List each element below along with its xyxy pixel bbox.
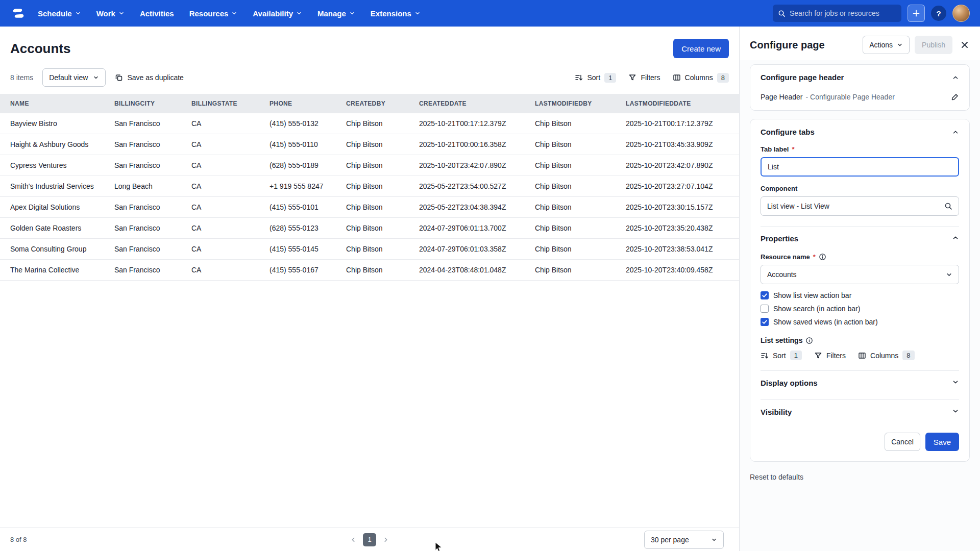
- nav-item-schedule[interactable]: Schedule: [38, 9, 81, 18]
- column-header-lastmodifieddate[interactable]: LASTMODIFIEDDATE: [620, 94, 739, 113]
- resource-name-select[interactable]: Accounts: [761, 265, 959, 284]
- column-header-phone[interactable]: PHONE: [263, 94, 340, 113]
- nav-item-manage[interactable]: Manage: [317, 9, 355, 18]
- checkbox-checked-icon[interactable]: [761, 318, 769, 326]
- table-cell: Chip Bitson: [529, 260, 620, 281]
- table-row[interactable]: Cypress VenturesSan FranciscoCA(628) 555…: [0, 155, 739, 176]
- table-cell: +1 919 555 8247: [263, 176, 340, 197]
- search-icon: [778, 10, 786, 17]
- column-header-lastmodifiedby[interactable]: LASTMODIFIEDBY: [529, 94, 620, 113]
- info-icon[interactable]: [805, 337, 813, 344]
- chevron-down-icon: [75, 10, 81, 16]
- per-page-select[interactable]: 30 per page: [644, 531, 724, 549]
- table-cell: Chip Bitson: [529, 155, 620, 176]
- nav-item-extensions[interactable]: Extensions: [371, 9, 421, 18]
- table-row[interactable]: Bayview BistroSan FranciscoCA(415) 555-0…: [0, 113, 739, 134]
- page-1-button[interactable]: 1: [363, 533, 376, 546]
- columns-button[interactable]: Columns 8: [673, 73, 729, 83]
- help-icon[interactable]: ?: [931, 6, 946, 21]
- checkbox-show-list-view-action-bar[interactable]: Show list view action bar: [761, 291, 959, 299]
- chevron-down-icon: [93, 74, 99, 81]
- panel-filters-button[interactable]: Filters: [814, 352, 846, 360]
- table-row[interactable]: Golden Gate RoastersSan FranciscoCA(628)…: [0, 218, 739, 239]
- user-avatar[interactable]: [952, 5, 970, 22]
- table-cell: Chip Bitson: [529, 239, 620, 260]
- chevron-down-icon: [349, 10, 355, 16]
- nav-item-activities[interactable]: Activities: [140, 9, 174, 18]
- table-cell: 2025-10-20T23:35:20.438Z: [620, 218, 739, 239]
- global-search-input[interactable]: [790, 9, 896, 17]
- table-header-row: NAMEBILLINGCITYBILLINGSTATEPHONECREATEDB…: [0, 94, 739, 113]
- table-cell: San Francisco: [108, 134, 185, 155]
- edit-page-header-button[interactable]: [951, 93, 959, 101]
- search-icon: [944, 202, 952, 210]
- checkbox-unchecked-icon[interactable]: [761, 305, 769, 313]
- nav-item-work[interactable]: Work: [96, 9, 125, 18]
- configure-page-header-toggle[interactable]: Configure page header: [750, 65, 969, 87]
- visibility-title: Visibility: [761, 408, 792, 416]
- save-button[interactable]: Save: [925, 433, 959, 451]
- display-options-toggle[interactable]: Display options: [761, 371, 959, 389]
- tab-label-input[interactable]: [761, 157, 959, 177]
- table-cell: 2024-07-29T06:01:13.700Z: [413, 218, 529, 239]
- table-cell: Chip Bitson: [340, 197, 413, 218]
- panel-columns-button[interactable]: Columns 8: [858, 350, 914, 360]
- checkbox-checked-icon[interactable]: [761, 291, 769, 299]
- publish-button[interactable]: Publish: [915, 36, 952, 54]
- table-cell: (415) 555-0145: [263, 239, 340, 260]
- next-page-icon[interactable]: [382, 536, 389, 543]
- configure-tabs-toggle[interactable]: Configure tabs: [750, 119, 969, 141]
- list-settings-label: List settings: [761, 336, 959, 344]
- filters-button[interactable]: Filters: [628, 73, 660, 82]
- global-search[interactable]: [773, 5, 901, 22]
- pencil-icon: [951, 93, 959, 101]
- actions-button[interactable]: Actions: [863, 36, 910, 54]
- table-cell: 2025-10-20T23:38:53.041Z: [620, 239, 739, 260]
- column-header-billingcity[interactable]: BILLINGCITY: [108, 94, 185, 113]
- table-cell: (628) 555-0189: [263, 155, 340, 176]
- rows-summary: 8 of 8: [10, 536, 27, 543]
- panel-header: Configure page Actions Publish: [740, 27, 980, 60]
- checkbox-label: Show saved views (in action bar): [773, 318, 878, 326]
- checkbox-show-search-in-action-bar[interactable]: Show search (in action bar): [761, 305, 959, 313]
- checkbox-show-saved-views-in-action-bar[interactable]: Show saved views (in action bar): [761, 318, 959, 326]
- column-header-createddate[interactable]: CREATEDDATE: [413, 94, 529, 113]
- previous-page-icon[interactable]: [350, 536, 357, 543]
- sort-label: Sort: [773, 352, 786, 360]
- create-new-button[interactable]: Create new: [673, 39, 729, 58]
- nav-item-availability[interactable]: Availability: [253, 9, 302, 18]
- table-cell: (415) 555-0101: [263, 197, 340, 218]
- close-icon[interactable]: [960, 40, 970, 50]
- info-icon[interactable]: [819, 253, 826, 261]
- properties-toggle[interactable]: Properties: [761, 227, 959, 245]
- reset-to-defaults-button[interactable]: Reset to defaults: [750, 470, 803, 484]
- chevron-down-icon: [946, 271, 952, 278]
- component-picker[interactable]: List view - List View: [761, 196, 959, 216]
- save-as-duplicate-label: Save as duplicate: [127, 73, 184, 82]
- table-cell: San Francisco: [108, 113, 185, 134]
- nav-item-resources[interactable]: Resources: [189, 9, 238, 18]
- column-header-name[interactable]: NAME: [0, 94, 108, 113]
- skedulo-logo-icon[interactable]: [10, 5, 27, 21]
- visibility-toggle[interactable]: Visibility: [761, 400, 959, 418]
- table-row[interactable]: The Marina CollectiveSan FranciscoCA(415…: [0, 260, 739, 281]
- save-as-duplicate-button[interactable]: Save as duplicate: [115, 73, 184, 82]
- configure-tabs-card: Configure tabs Tab label* Component: [750, 119, 970, 462]
- table-row[interactable]: Soma Consulting GroupSan FranciscoCA(415…: [0, 239, 739, 260]
- table-row[interactable]: Haight & Ashbury GoodsSan FranciscoCA(41…: [0, 134, 739, 155]
- table-cell: Chip Bitson: [340, 218, 413, 239]
- cancel-button[interactable]: Cancel: [885, 433, 920, 451]
- global-create-button[interactable]: [908, 5, 925, 22]
- table-cell: 2025-10-20T23:27:07.104Z: [620, 176, 739, 197]
- column-header-createdby[interactable]: CREATEDBY: [340, 94, 413, 113]
- component-description: - Configurable Page Header: [806, 93, 895, 101]
- panel-sort-button[interactable]: Sort 1: [761, 350, 802, 360]
- table-row[interactable]: Apex Digital SolutionsSan FranciscoCA(41…: [0, 197, 739, 218]
- checkbox-label: Show search (in action bar): [773, 305, 860, 313]
- column-header-billingstate[interactable]: BILLINGSTATE: [185, 94, 263, 113]
- chevron-down-icon: [118, 10, 125, 16]
- resource-name-field-label: Resource name*: [761, 253, 959, 261]
- sort-button[interactable]: Sort 1: [575, 73, 616, 83]
- table-row[interactable]: Smith's Industrial ServicesLong BeachCA+…: [0, 176, 739, 197]
- view-selector[interactable]: Default view: [42, 68, 106, 87]
